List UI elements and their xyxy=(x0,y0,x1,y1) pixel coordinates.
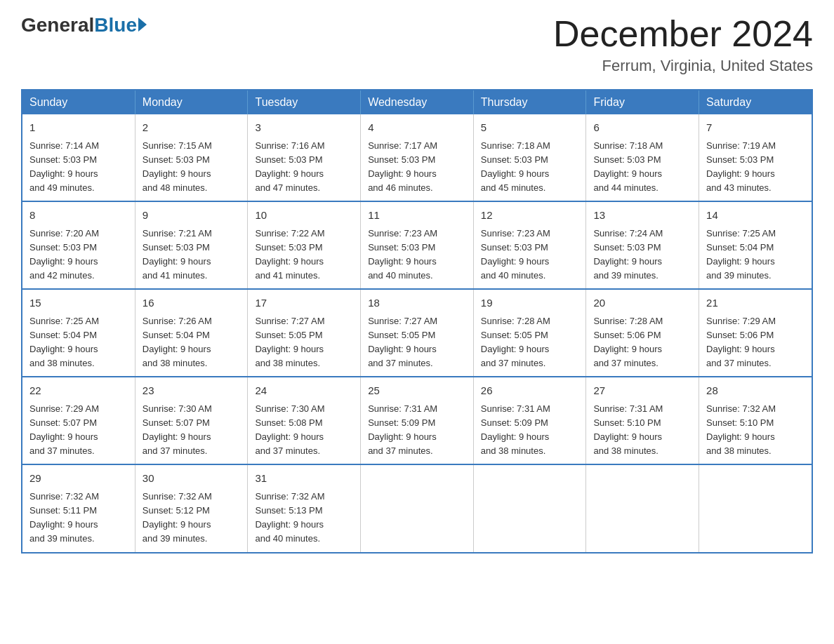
day-info: Sunrise: 7:30 AMSunset: 5:07 PMDaylight:… xyxy=(143,402,241,459)
day-info: Sunrise: 7:29 AMSunset: 5:07 PMDaylight:… xyxy=(29,402,128,459)
day-number: 4 xyxy=(368,120,466,136)
calendar-cell: 26Sunrise: 7:31 AMSunset: 5:09 PMDayligh… xyxy=(473,377,586,464)
calendar-cell: 2Sunrise: 7:15 AMSunset: 5:03 PMDaylight… xyxy=(135,114,248,201)
day-info: Sunrise: 7:16 AMSunset: 5:03 PMDaylight:… xyxy=(255,139,353,196)
day-number: 21 xyxy=(706,295,805,311)
day-number: 5 xyxy=(481,120,579,136)
day-info: Sunrise: 7:32 AMSunset: 5:11 PMDaylight:… xyxy=(29,490,128,546)
day-number: 12 xyxy=(481,208,579,224)
calendar-cell: 19Sunrise: 7:28 AMSunset: 5:05 PMDayligh… xyxy=(473,289,586,377)
day-number: 10 xyxy=(255,208,353,224)
calendar-cell xyxy=(473,464,586,552)
day-number: 17 xyxy=(255,295,353,311)
calendar-cell: 8Sunrise: 7:20 AMSunset: 5:03 PMDaylight… xyxy=(22,201,135,289)
calendar-cell: 15Sunrise: 7:25 AMSunset: 5:04 PMDayligh… xyxy=(22,289,135,377)
week-row-3: 15Sunrise: 7:25 AMSunset: 5:04 PMDayligh… xyxy=(22,289,812,377)
day-info: Sunrise: 7:24 AMSunset: 5:03 PMDaylight:… xyxy=(593,227,691,283)
day-number: 14 xyxy=(706,208,805,224)
week-row-4: 22Sunrise: 7:29 AMSunset: 5:07 PMDayligh… xyxy=(22,377,812,464)
col-friday: Friday xyxy=(586,90,699,114)
col-sunday: Sunday xyxy=(22,90,135,114)
day-info: Sunrise: 7:23 AMSunset: 5:03 PMDaylight:… xyxy=(368,227,466,283)
day-number: 15 xyxy=(29,295,128,311)
day-info: Sunrise: 7:23 AMSunset: 5:03 PMDaylight:… xyxy=(481,227,579,283)
day-number: 28 xyxy=(706,383,805,399)
day-number: 13 xyxy=(593,208,691,224)
calendar-cell: 4Sunrise: 7:17 AMSunset: 5:03 PMDaylight… xyxy=(361,114,474,201)
day-number: 2 xyxy=(143,120,241,136)
calendar-cell: 13Sunrise: 7:24 AMSunset: 5:03 PMDayligh… xyxy=(586,201,699,289)
calendar-body: 1Sunrise: 7:14 AMSunset: 5:03 PMDaylight… xyxy=(22,114,812,552)
title-section: December 2024 Ferrum, Virginia, United S… xyxy=(553,14,813,75)
calendar-cell: 6Sunrise: 7:18 AMSunset: 5:03 PMDaylight… xyxy=(586,114,699,201)
day-info: Sunrise: 7:31 AMSunset: 5:10 PMDaylight:… xyxy=(593,402,691,459)
calendar-cell: 3Sunrise: 7:16 AMSunset: 5:03 PMDaylight… xyxy=(248,114,361,201)
day-number: 19 xyxy=(481,295,579,311)
logo-blue: Blue xyxy=(94,14,137,36)
day-number: 22 xyxy=(29,383,128,399)
calendar-cell: 14Sunrise: 7:25 AMSunset: 5:04 PMDayligh… xyxy=(699,201,812,289)
day-number: 24 xyxy=(255,383,353,399)
day-info: Sunrise: 7:15 AMSunset: 5:03 PMDaylight:… xyxy=(143,139,241,196)
calendar-cell: 18Sunrise: 7:27 AMSunset: 5:05 PMDayligh… xyxy=(361,289,474,377)
col-thursday: Thursday xyxy=(473,90,586,114)
day-info: Sunrise: 7:32 AMSunset: 5:10 PMDaylight:… xyxy=(706,402,805,459)
logo-blue-part: Blue xyxy=(94,14,147,36)
col-wednesday: Wednesday xyxy=(361,90,474,114)
calendar-cell: 21Sunrise: 7:29 AMSunset: 5:06 PMDayligh… xyxy=(699,289,812,377)
calendar-cell: 29Sunrise: 7:32 AMSunset: 5:11 PMDayligh… xyxy=(22,464,135,552)
calendar-cell: 1Sunrise: 7:14 AMSunset: 5:03 PMDaylight… xyxy=(22,114,135,201)
calendar-cell xyxy=(361,464,474,552)
calendar-cell: 11Sunrise: 7:23 AMSunset: 5:03 PMDayligh… xyxy=(361,201,474,289)
logo: General Blue xyxy=(21,14,147,36)
calendar-cell: 30Sunrise: 7:32 AMSunset: 5:12 PMDayligh… xyxy=(135,464,248,552)
calendar-table: Sunday Monday Tuesday Wednesday Thursday… xyxy=(21,89,813,553)
day-number: 30 xyxy=(143,471,241,487)
day-number: 16 xyxy=(143,295,241,311)
day-info: Sunrise: 7:32 AMSunset: 5:13 PMDaylight:… xyxy=(255,490,353,546)
day-info: Sunrise: 7:18 AMSunset: 5:03 PMDaylight:… xyxy=(481,139,579,196)
day-info: Sunrise: 7:30 AMSunset: 5:08 PMDaylight:… xyxy=(255,402,353,459)
location-subtitle: Ferrum, Virginia, United States xyxy=(553,57,813,75)
day-number: 23 xyxy=(143,383,241,399)
logo-general: General xyxy=(21,14,94,36)
week-row-5: 29Sunrise: 7:32 AMSunset: 5:11 PMDayligh… xyxy=(22,464,812,552)
day-info: Sunrise: 7:19 AMSunset: 5:03 PMDaylight:… xyxy=(706,139,805,196)
week-row-1: 1Sunrise: 7:14 AMSunset: 5:03 PMDaylight… xyxy=(22,114,812,201)
day-info: Sunrise: 7:31 AMSunset: 5:09 PMDaylight:… xyxy=(481,402,579,459)
calendar-cell: 7Sunrise: 7:19 AMSunset: 5:03 PMDaylight… xyxy=(699,114,812,201)
day-number: 9 xyxy=(143,208,241,224)
day-number: 20 xyxy=(593,295,691,311)
calendar-cell: 12Sunrise: 7:23 AMSunset: 5:03 PMDayligh… xyxy=(473,201,586,289)
col-tuesday: Tuesday xyxy=(248,90,361,114)
calendar-cell: 25Sunrise: 7:31 AMSunset: 5:09 PMDayligh… xyxy=(361,377,474,464)
day-number: 7 xyxy=(706,120,805,136)
calendar-cell: 24Sunrise: 7:30 AMSunset: 5:08 PMDayligh… xyxy=(248,377,361,464)
day-info: Sunrise: 7:31 AMSunset: 5:09 PMDaylight:… xyxy=(368,402,466,459)
day-info: Sunrise: 7:21 AMSunset: 5:03 PMDaylight:… xyxy=(143,227,241,283)
day-number: 26 xyxy=(481,383,579,399)
col-saturday: Saturday xyxy=(699,90,812,114)
day-number: 31 xyxy=(255,471,353,487)
day-number: 1 xyxy=(29,120,128,136)
day-number: 29 xyxy=(29,471,128,487)
day-info: Sunrise: 7:14 AMSunset: 5:03 PMDaylight:… xyxy=(29,139,128,196)
day-info: Sunrise: 7:25 AMSunset: 5:04 PMDaylight:… xyxy=(29,314,128,371)
day-info: Sunrise: 7:28 AMSunset: 5:06 PMDaylight:… xyxy=(593,314,691,371)
logo-text: General Blue xyxy=(21,14,147,36)
day-info: Sunrise: 7:25 AMSunset: 5:04 PMDaylight:… xyxy=(706,227,805,283)
day-info: Sunrise: 7:27 AMSunset: 5:05 PMDaylight:… xyxy=(255,314,353,371)
day-info: Sunrise: 7:18 AMSunset: 5:03 PMDaylight:… xyxy=(593,139,691,196)
day-info: Sunrise: 7:22 AMSunset: 5:03 PMDaylight:… xyxy=(255,227,353,283)
day-number: 8 xyxy=(29,208,128,224)
day-number: 3 xyxy=(255,120,353,136)
logo-arrow-icon xyxy=(138,18,147,32)
calendar-cell: 20Sunrise: 7:28 AMSunset: 5:06 PMDayligh… xyxy=(586,289,699,377)
day-info: Sunrise: 7:29 AMSunset: 5:06 PMDaylight:… xyxy=(706,314,805,371)
day-info: Sunrise: 7:32 AMSunset: 5:12 PMDaylight:… xyxy=(143,490,241,546)
day-info: Sunrise: 7:20 AMSunset: 5:03 PMDaylight:… xyxy=(29,227,128,283)
month-title: December 2024 xyxy=(553,14,813,54)
calendar-cell: 9Sunrise: 7:21 AMSunset: 5:03 PMDaylight… xyxy=(135,201,248,289)
calendar-cell: 23Sunrise: 7:30 AMSunset: 5:07 PMDayligh… xyxy=(135,377,248,464)
calendar-header: Sunday Monday Tuesday Wednesday Thursday… xyxy=(22,90,812,114)
